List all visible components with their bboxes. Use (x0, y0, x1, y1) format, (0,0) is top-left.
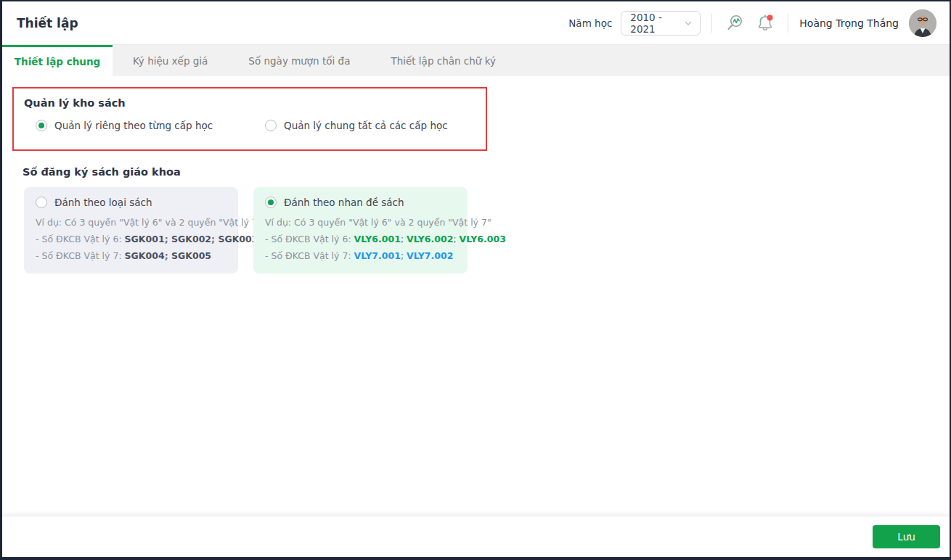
radio-label: Quản lý riêng theo từng cấp học (54, 120, 213, 131)
example-intro: Ví dụ: Có 3 quyển "Vật lý 6" và 2 quyển … (265, 215, 456, 230)
example-line: - Số ĐKCB Vật lý 7: SGK004; SGK005 (36, 248, 226, 263)
radio-button (36, 197, 47, 208)
example-line: - Số ĐKCB Vật lý 6: SGK001; SGK002; SGK0… (36, 231, 226, 247)
school-year-value: 2010 - 2021 (630, 12, 684, 35)
search-stats-icon[interactable] (723, 12, 746, 35)
book-code: VLY6.003 (460, 234, 506, 244)
warehouse-management-section: Quản lý kho sách Quản lý riêng theo từng… (12, 87, 487, 151)
save-button[interactable]: Lưu (873, 525, 940, 548)
example-line: - Số ĐKCB Vật lý 7: VLY7.001; VLY7.002 (265, 248, 456, 263)
radio-button (265, 197, 277, 208)
book-code: SGK004 (125, 250, 165, 261)
page-title: Thiết lập (17, 16, 78, 30)
settings-window: Thiết lập Năm học 2010 - 2021 (0, 0, 951, 560)
example-line: - Số ĐKCB Vật lý 6: VLY6.001; VLY6.002; … (265, 231, 456, 247)
header-right: Năm học 2010 - 2021 (568, 9, 936, 37)
warehouse-section-title: Quản lý kho sách (24, 97, 486, 109)
book-code: VLY7.002 (407, 250, 453, 261)
school-year-label: Năm học (568, 17, 612, 29)
app-header: Thiết lập Năm học 2010 - 2021 (2, 1, 950, 45)
book-code: SGK002 (171, 234, 211, 244)
school-year-select[interactable]: 2010 - 2021 (621, 11, 701, 36)
card-by-book-title[interactable]: Đánh theo nhan đề sách Ví dụ: Có 3 quyển… (253, 187, 468, 273)
card-head: Đánh theo nhan đề sách (265, 197, 456, 208)
book-code: SGK003 (218, 234, 258, 244)
divider (711, 14, 712, 33)
notification-bell-icon[interactable] (754, 12, 777, 35)
book-code: VLY6.002 (407, 234, 453, 244)
radio-manage-per-level[interactable]: Quản lý riêng theo từng cấp học (36, 120, 265, 131)
user-name[interactable]: Hoàng Trọng Thắng (799, 17, 899, 29)
registration-options: Đánh theo loại sách Ví dụ: Có 3 quyển "V… (24, 187, 939, 273)
tab-bar: Thiết lập chung Ký hiệu xếp giá Số ngày … (2, 45, 950, 76)
example-intro: Ví dụ: Có 3 quyển "Vật lý 6" và 2 quyển … (36, 215, 226, 230)
registration-section-title: Số đăng ký sách giáo khoa (23, 166, 939, 178)
book-code: SGK001 (125, 234, 165, 244)
tab-ky-hieu-xep-gia[interactable]: Ký hiệu xếp giá (113, 45, 228, 76)
radio-button (265, 120, 277, 131)
card-option-label: Đánh theo loại sách (54, 197, 152, 208)
radio-label: Quản lý chung tất cả các cấp học (284, 120, 448, 131)
tab-thiet-lap-chung[interactable]: Thiết lập chung (2, 45, 113, 76)
warehouse-radio-group: Quản lý riêng theo từng cấp học Quản lý … (24, 120, 486, 131)
card-option-label: Đánh theo nhan đề sách (284, 197, 404, 208)
card-by-book-type[interactable]: Đánh theo loại sách Ví dụ: Có 3 quyển "V… (24, 187, 238, 273)
tab-so-ngay-muon-toi-da[interactable]: Số ngày mượn tối đa (228, 45, 370, 76)
card-head: Đánh theo loại sách (36, 197, 226, 208)
divider (788, 14, 788, 33)
book-code: VLY7.001 (354, 250, 401, 261)
chevron-down-icon (684, 19, 693, 28)
main-content: Quản lý kho sách Quản lý riêng theo từng… (2, 76, 950, 516)
book-code: VLY6.001 (354, 234, 401, 244)
action-footer: Lưu (2, 516, 950, 557)
book-code: SGK005 (171, 250, 211, 261)
tab-thiet-lap-chan-chu-ky[interactable]: Thiết lập chân chữ ký (370, 45, 516, 76)
avatar[interactable] (909, 9, 936, 37)
radio-manage-all-levels[interactable]: Quản lý chung tất cả các cấp học (265, 120, 448, 131)
radio-button (36, 120, 47, 131)
